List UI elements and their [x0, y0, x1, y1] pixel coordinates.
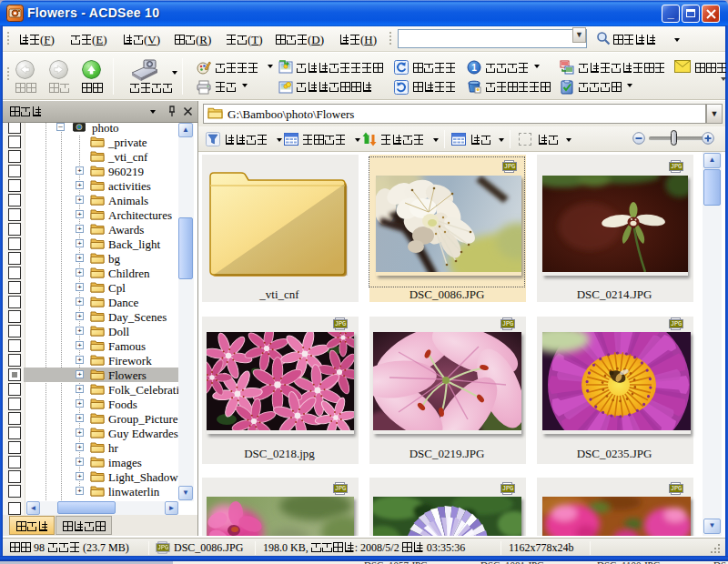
- svg-text:1: 1: [471, 63, 477, 73]
